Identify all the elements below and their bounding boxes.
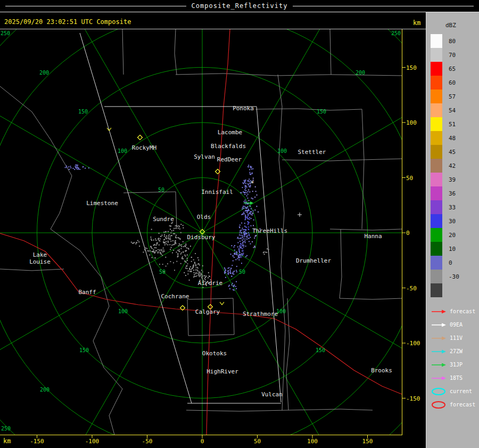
track-arrow-icon <box>431 361 447 369</box>
legend-label: 09EA <box>450 322 463 328</box>
title-bar: Composite_Reflectivity <box>0 0 479 12</box>
city-label: Innisfail <box>201 189 233 196</box>
title-rule-right <box>293 6 474 6</box>
city-label: Calgary <box>195 308 220 315</box>
scale-swatch <box>431 145 442 159</box>
scale-swatch <box>431 48 442 62</box>
city-label: Didsbury <box>187 234 216 241</box>
storm-ellipse-icon <box>431 387 447 396</box>
track-arrow-icon <box>431 307 447 316</box>
scale-value-label: 0 <box>449 259 452 266</box>
scale-swatch <box>431 131 442 145</box>
bottom-axis-label: 0 <box>201 438 204 445</box>
scale-row: 42 <box>431 159 479 173</box>
scale-swatch <box>431 173 442 186</box>
bottom-axis-label: 150 <box>362 438 373 445</box>
city-label: Blackfalds <box>211 143 246 150</box>
scale-swatch <box>431 103 442 117</box>
legend-item: 09EA <box>431 318 479 331</box>
ring-distance-label: 50 <box>159 269 166 275</box>
ring-distance-label: 250 <box>1 426 11 431</box>
storm-ellipse-icon <box>431 401 447 409</box>
ring-distance-label: 50 <box>239 269 245 275</box>
city-label: HighRiver <box>207 368 238 375</box>
scale-value-label: 51 <box>449 121 456 128</box>
scale-row: 60 <box>431 76 479 89</box>
scale-swatch <box>431 256 442 270</box>
km-unit-bottom: km <box>3 437 11 445</box>
side-panel: dBZ 807065605754514845423936333020100-30… <box>426 12 479 448</box>
scale-row: 36 <box>431 186 479 200</box>
scale-swatch <box>431 34 442 48</box>
city-label: Limestone <box>86 200 118 207</box>
scale-value-label: 45 <box>449 149 456 156</box>
radar-map[interactable]: 2502001501005010015020025050100150501001… <box>0 0 479 448</box>
legend-label: 27ZW <box>450 348 463 354</box>
scale-swatch <box>431 214 442 228</box>
city-label: ThreeHills <box>252 227 287 234</box>
scale-swatch <box>431 186 442 200</box>
legend-item: 111V <box>431 331 479 345</box>
legend-label: 31JP <box>450 362 463 368</box>
title-rule-left <box>5 6 186 6</box>
dbz-scale-title: dBZ <box>445 22 479 29</box>
ring-distance-label: 200 <box>40 387 49 393</box>
ring-distance-label: 50 <box>158 187 164 193</box>
scale-row: 20 <box>431 228 479 242</box>
asterisk-marker: * <box>250 179 254 187</box>
city-label: Drumheller <box>296 257 332 264</box>
scale-row: 80 <box>431 34 479 48</box>
city-label: Stettler <box>298 149 326 156</box>
km-unit-right: km <box>413 19 420 27</box>
track-legend: forecast09EA111V27ZW31JP18TScurrentforec… <box>431 305 479 411</box>
city-labels: PonokaLacombeBlackfaldsSylvanRedDeerRock… <box>29 105 392 398</box>
city-label: RedDeer <box>217 156 242 163</box>
scale-value-label: 80 <box>449 38 456 45</box>
scale-swatch <box>431 117 442 131</box>
scale-swatch <box>431 62 442 76</box>
city-label: Cochrane <box>161 293 189 300</box>
ring-distance-label: 100 <box>118 148 127 154</box>
track-arrow-icon <box>431 374 447 382</box>
window-title: Composite_Reflectivity <box>192 2 288 10</box>
city-label: Lake <box>33 251 47 258</box>
right-axis-label: 50 <box>406 175 413 182</box>
right-axis-label: -150 <box>406 395 420 402</box>
scale-row: 54 <box>431 103 479 117</box>
scale-value-label: 70 <box>449 52 456 59</box>
scale-row: 57 <box>431 89 479 103</box>
scale-swatch <box>431 200 442 214</box>
scale-row: 45 <box>431 145 479 159</box>
city-label: Ponoka <box>233 105 254 112</box>
ring-distance-label: 250 <box>1 30 10 36</box>
ring-distance-label: 100 <box>118 308 128 314</box>
dbz-color-scale: 807065605754514845423936333020100-30 <box>431 34 479 297</box>
scale-row: 30 <box>431 214 479 228</box>
scale-value-label: 42 <box>449 162 456 169</box>
city-label: Okotoks <box>202 350 227 357</box>
scale-value-label: 33 <box>449 204 456 211</box>
scale-value-label: -30 <box>449 273 459 280</box>
ring-distance-label: 200 <box>39 70 49 76</box>
legend-label: forecast <box>450 308 475 314</box>
ring-distance-label: 250 <box>391 30 401 36</box>
bottom-axis-label: 100 <box>307 438 318 445</box>
legend-item: 18TS <box>431 371 479 385</box>
legend-label: forecast <box>450 402 475 408</box>
city-label: Olds <box>197 214 211 221</box>
ring-distance-label: 150 <box>79 347 89 353</box>
scale-value-label: 36 <box>449 190 456 197</box>
right-axis-label: 0 <box>406 230 410 237</box>
scale-value-label: 60 <box>449 79 456 86</box>
scale-row: 33 <box>431 200 479 214</box>
city-label: Brooks <box>371 367 392 374</box>
scale-swatch <box>431 76 442 89</box>
legend-label: 111V <box>450 335 463 341</box>
scale-row: 70 <box>431 48 479 62</box>
city-label: Louise <box>29 258 51 265</box>
city-label: Sylvan <box>194 153 215 160</box>
legend-item: forecast <box>431 305 479 318</box>
right-axis-label: -100 <box>406 340 420 347</box>
ring-distance-label: 150 <box>316 347 325 353</box>
bottom-axis-label: -100 <box>85 438 100 445</box>
